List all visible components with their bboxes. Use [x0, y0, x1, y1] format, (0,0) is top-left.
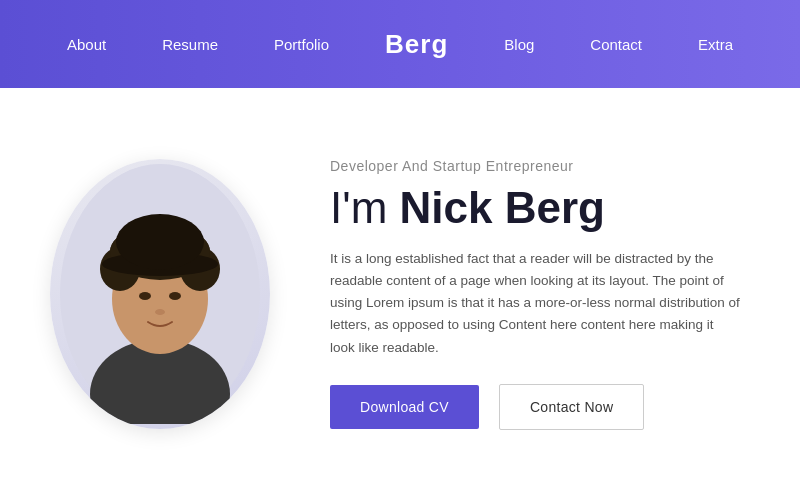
navbar: About Resume Portfolio Berg Blog Contact…	[0, 0, 800, 88]
nav-item-resume[interactable]: Resume	[134, 36, 246, 53]
avatar-container	[40, 144, 280, 444]
svg-point-10	[116, 214, 204, 270]
nav-item-about[interactable]: About	[39, 36, 134, 53]
nav-item-portfolio[interactable]: Portfolio	[246, 36, 357, 53]
hero-description: It is a long established fact that a rea…	[330, 248, 740, 359]
nav-item-contact[interactable]: Contact	[562, 36, 670, 53]
nav-item-extra[interactable]: Extra	[670, 36, 761, 53]
svg-point-11	[139, 292, 151, 300]
hero-subtitle: Developer And Startup Entrepreneur	[330, 158, 740, 174]
main-content: Developer And Startup Entrepreneur I'm N…	[0, 88, 800, 500]
avatar-image	[60, 164, 260, 424]
nav-item-blog[interactable]: Blog	[476, 36, 562, 53]
nav-brand[interactable]: Berg	[357, 29, 476, 60]
text-content: Developer And Startup Entrepreneur I'm N…	[330, 158, 740, 430]
hero-heading-bold: Nick Berg	[400, 183, 605, 232]
svg-point-12	[169, 292, 181, 300]
hero-heading-pre: I'm	[330, 183, 400, 232]
hero-buttons: Download CV Contact Now	[330, 384, 740, 430]
svg-point-13	[155, 309, 165, 315]
download-cv-button[interactable]: Download CV	[330, 385, 479, 429]
nav-links: About Resume Portfolio Berg Blog Contact…	[39, 29, 761, 60]
avatar	[50, 159, 270, 429]
contact-now-button[interactable]: Contact Now	[499, 384, 644, 430]
hero-heading: I'm Nick Berg	[330, 184, 740, 232]
page-wrapper: About Resume Portfolio Berg Blog Contact…	[0, 0, 800, 500]
